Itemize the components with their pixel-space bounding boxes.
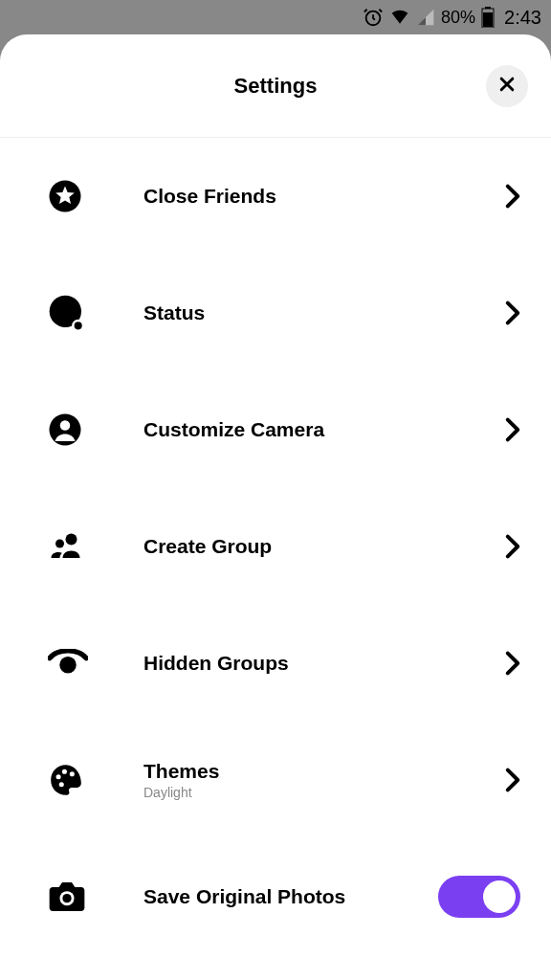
battery-percent: 80% [441,8,475,28]
svg-rect-3 [483,12,493,27]
close-icon [497,75,517,98]
svg-point-17 [62,894,71,902]
settings-modal: Settings Close Friends Status [0,34,551,980]
item-label: Save Original Photos [143,885,438,908]
item-sublabel: Daylight [143,785,505,800]
chevron-right-icon [505,651,520,676]
palette-icon [48,762,88,798]
chevron-right-icon [505,301,520,325]
eye-icon [48,649,88,678]
item-label: Themes [143,760,505,783]
alarm-icon [363,7,384,28]
svg-point-15 [59,782,64,787]
modal-header: Settings [0,34,551,138]
camera-icon [48,880,88,913]
toggle-knob [483,880,516,913]
wifi-icon [389,8,410,27]
settings-item-themes[interactable]: Themes Daylight [0,722,551,838]
settings-item-create-group[interactable]: Create Group [0,488,551,605]
svg-point-12 [56,774,61,779]
settings-item-save-original-photos[interactable]: Save Original Photos [0,838,551,955]
settings-item-close-friends[interactable]: Close Friends [0,138,551,255]
status-icon [48,294,88,332]
clock-time: 2:43 [504,7,541,29]
person-circle-icon [48,412,88,447]
star-circle-icon [48,179,88,213]
save-photos-toggle[interactable] [438,876,520,918]
settings-list: Close Friends Status Customize Camera [0,138,551,955]
battery-icon [481,7,495,28]
svg-point-6 [73,321,83,331]
svg-point-11 [59,657,77,674]
settings-item-hidden-groups[interactable]: Hidden Groups [0,605,551,722]
item-label: Customize Camera [143,418,505,441]
page-title: Settings [234,74,318,99]
settings-item-customize-camera[interactable]: Customize Camera [0,371,551,488]
svg-point-10 [55,540,64,548]
item-label: Hidden Groups [143,652,505,675]
item-label: Create Group [143,535,505,558]
svg-point-8 [60,420,71,431]
status-bar: 80% 2:43 [0,0,551,34]
close-button[interactable] [486,65,528,107]
item-label: Status [143,301,505,324]
cell-signal-icon [416,8,435,27]
item-label: Close Friends [143,185,505,208]
chevron-right-icon [505,534,520,559]
chevron-right-icon [505,768,520,792]
svg-point-13 [62,769,67,774]
settings-item-status[interactable]: Status [0,255,551,371]
svg-point-9 [66,534,77,546]
svg-point-14 [70,771,75,776]
group-icon [48,529,88,564]
chevron-right-icon [505,184,520,209]
chevron-right-icon [505,417,520,442]
